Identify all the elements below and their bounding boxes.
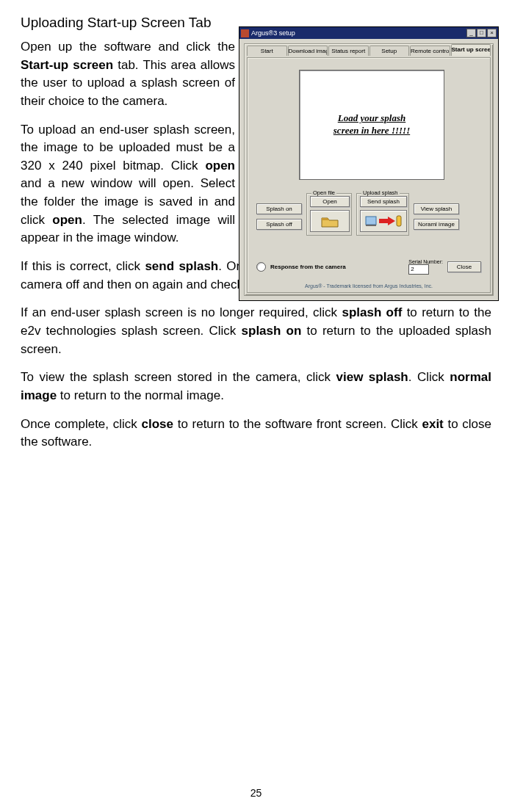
window-titlebar: Argus®3 setup _ □ × [239,27,498,39]
tab-strip: Start Download image Status report Setup… [245,44,493,56]
tab-content: Load your splashscreen in here !!!!! Spl… [247,57,491,293]
bold-term: send splash [145,259,218,273]
close-button[interactable]: Close [447,261,481,272]
open-file-label: Open file [311,189,336,196]
bold-term: view splash [336,370,408,384]
trademark-notice: Argus® - Trademark licensed from Argus I… [248,283,490,289]
screenshot-figure: Argus®3 setup _ □ × Start Download image… [239,26,499,301]
upload-icon [360,210,407,232]
window-body: Start Download image Status report Setup… [244,43,494,296]
text: To upload an end-user splash screen, the… [21,123,235,173]
text: Open up the software and click the [21,40,235,54]
tab-download-image[interactable]: Download image [288,46,328,56]
normal-image-button[interactable]: Noraml image [414,219,459,230]
svg-rect-0 [366,217,376,225]
app-icon [241,29,249,37]
minimize-button[interactable]: _ [466,29,476,37]
paragraph: To view the splash screen stored in the … [21,369,491,405]
bold-term: open [52,213,82,227]
text: to return to the normal image. [57,388,224,402]
serial-number-value: 2 [408,264,429,275]
bold-term: open [205,159,235,173]
splash-off-button[interactable]: Splash off [256,219,302,230]
paragraph: If an end-user splash screen is no longe… [21,304,491,358]
splash-toggle-col: Splash on Splash off [256,203,302,230]
bold-term: exit [422,417,443,431]
serial-number-label: Serial Number: [408,259,443,264]
bold-term: Start-up screen [21,58,113,72]
splash-on-button[interactable]: Splash on [256,203,302,214]
bold-term: splash off [342,305,402,319]
send-splash-button[interactable]: Send splash [360,196,407,207]
paragraph: Once complete, click close to return to … [21,416,491,452]
preview-placeholder-text: Load your splashscreen in here !!!!! [333,112,410,137]
text: If an end-user splash screen is no longe… [21,305,342,319]
open-file-group: Open file Open [306,193,352,236]
text: To view the splash screen stored in the … [21,370,336,384]
upload-splash-group: Upload splash Send splash [356,193,409,236]
tab-remote-control[interactable]: Remote control [410,46,450,56]
serial-number-label-group: Serial Number: 2 [408,259,443,275]
splash-preview: Load your splashscreen in here !!!!! [299,70,444,180]
close-window-button[interactable]: × [487,29,497,37]
status-row: Response from the camera Serial Number: … [256,258,481,275]
status-indicator-icon [256,262,266,272]
paragraph: Open up the software and click the Start… [21,38,235,111]
view-col: View splash Noraml image [414,203,459,230]
page-number: 25 [0,787,512,799]
bold-term: close [141,417,173,431]
maximize-button[interactable]: □ [477,29,486,37]
text: If this is correct, click [21,259,145,273]
text: Once complete, click [21,417,141,431]
paragraph: To upload an end-user splash screen, the… [21,121,235,247]
bold-term: splash on [242,324,302,338]
tab-start[interactable]: Start [247,46,287,56]
controls-row: Splash on Splash off Open file Open Uplo… [256,193,481,239]
svg-rect-1 [366,225,376,226]
view-splash-button[interactable]: View splash [414,203,459,214]
text: to return to the software front screen. … [173,417,422,431]
window-title: Argus®3 setup [251,29,295,37]
tab-setup[interactable]: Setup [369,46,410,56]
text: . Click [408,370,450,384]
upload-splash-label: Upload splash [361,189,400,196]
tab-start-up-screen[interactable]: Start up screen [451,44,491,56]
tab-status-report[interactable]: Status report [328,46,369,56]
response-label: Response from the camera [270,264,404,270]
folder-icon [310,210,350,232]
open-button[interactable]: Open [310,196,350,207]
svg-rect-2 [397,216,401,226]
